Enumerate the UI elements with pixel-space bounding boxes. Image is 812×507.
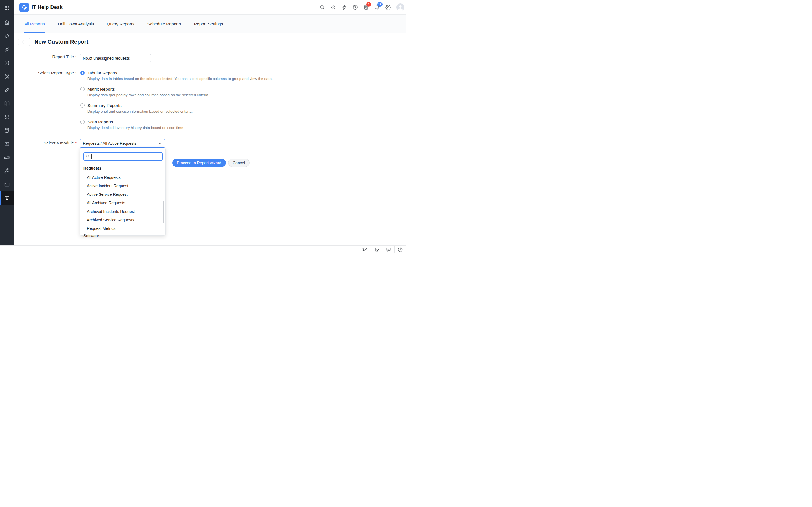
sidebar-item-home[interactable] bbox=[0, 15, 13, 29]
radio-selected-icon bbox=[80, 71, 85, 75]
search-icon[interactable] bbox=[319, 4, 325, 10]
sidebar-item-changes[interactable] bbox=[0, 56, 13, 69]
chat-icon[interactable] bbox=[383, 245, 395, 253]
sidebar-item-custom-module[interactable] bbox=[0, 178, 13, 191]
notifications-badge: 19 bbox=[377, 2, 383, 7]
sidebar-item-problems[interactable] bbox=[0, 43, 13, 56]
chevron-down-icon bbox=[158, 141, 162, 146]
dropdown-item[interactable]: Archived Service Requests bbox=[87, 218, 134, 222]
bug-icon bbox=[4, 47, 10, 52]
ticket-icon bbox=[4, 33, 10, 39]
sidebar-item-solutions[interactable] bbox=[0, 97, 13, 110]
rocket-icon bbox=[4, 87, 10, 93]
tab-drill-down-analysis[interactable]: Drill Down Analysis bbox=[58, 15, 94, 33]
sidebar-item-releases[interactable] bbox=[0, 83, 13, 97]
bar-chart-icon bbox=[4, 195, 10, 201]
back-arrow-icon bbox=[22, 40, 27, 45]
module-select[interactable]: Requests / All Active Requests bbox=[80, 139, 165, 148]
search-icon bbox=[86, 154, 90, 159]
settings-gear-icon[interactable] bbox=[386, 4, 391, 10]
cube-icon bbox=[4, 114, 10, 120]
sidebar-item-purchase[interactable]: $ bbox=[0, 137, 13, 151]
radio-matrix-reports[interactable]: Matrix Reports bbox=[80, 87, 115, 92]
section-divider bbox=[17, 152, 402, 152]
database-icon bbox=[4, 128, 10, 133]
reports-tab-bar: All Reports Drill Down Analysis Query Re… bbox=[13, 15, 406, 33]
tabular-reports-description: Display data in tables based on the crit… bbox=[87, 76, 273, 81]
report-type-label: Select Report Type* bbox=[13, 70, 77, 75]
header-icons: 3 19 bbox=[319, 0, 404, 15]
select-module-label: Select a module* bbox=[13, 140, 77, 145]
report-title-input[interactable] bbox=[80, 54, 151, 62]
tab-all-reports[interactable]: All Reports bbox=[24, 15, 45, 33]
module-dropdown-panel: Requests All Active Requests Active Inci… bbox=[80, 148, 165, 236]
app-title: IT Help Desk bbox=[32, 0, 63, 15]
bolt-icon[interactable] bbox=[342, 4, 347, 10]
notifications-icon[interactable]: 19 bbox=[374, 4, 380, 10]
sidebar-item-assets[interactable] bbox=[0, 110, 13, 124]
back-button[interactable] bbox=[18, 38, 31, 46]
main-content: New Custom Report Report Title* Select R… bbox=[13, 33, 406, 245]
required-asterisk: * bbox=[75, 140, 77, 145]
dropdown-item[interactable]: Request Metrics bbox=[87, 226, 115, 231]
app-logo[interactable] bbox=[19, 3, 29, 12]
help-icon[interactable] bbox=[395, 245, 406, 253]
home-icon bbox=[4, 19, 10, 25]
purchase-icon: $ bbox=[4, 141, 10, 147]
radio-unselected-icon bbox=[80, 103, 85, 108]
top-header: IT Help Desk 3 19 bbox=[13, 0, 406, 15]
radio-unselected-icon bbox=[80, 120, 85, 124]
dropdown-scrollbar-thumb[interactable] bbox=[163, 201, 164, 223]
summary-reports-description: Display brief and concise information ba… bbox=[87, 109, 193, 114]
book-icon bbox=[4, 101, 10, 107]
dropdown-item[interactable]: Active Incident Request bbox=[87, 184, 128, 188]
dropdown-item[interactable]: All Archived Requests bbox=[87, 201, 125, 205]
dropdown-group-requests: Requests bbox=[84, 166, 101, 170]
it-help-desk-screen: $ IT Help Desk bbox=[0, 0, 406, 253]
zia-assistant-icon[interactable] bbox=[359, 245, 371, 253]
note-edit-icon[interactable] bbox=[371, 245, 383, 253]
svg-text:$: $ bbox=[6, 142, 8, 145]
design-icon bbox=[4, 73, 10, 79]
ticket-add-icon[interactable] bbox=[331, 4, 336, 10]
sidebar-item-projects[interactable] bbox=[0, 69, 13, 83]
tab-report-settings[interactable]: Report Settings bbox=[194, 15, 223, 33]
radio-tabular-reports[interactable]: Tabular Reports bbox=[80, 70, 117, 75]
scan-reports-description: Display detailed inventory history data … bbox=[87, 126, 183, 130]
left-nav-rail: $ bbox=[0, 0, 13, 245]
dropdown-item[interactable]: All Active Requests bbox=[87, 175, 121, 180]
page-title: New Custom Report bbox=[35, 39, 88, 45]
sidebar-item-cmdb[interactable] bbox=[0, 124, 13, 137]
shuffle-icon bbox=[4, 60, 10, 66]
matrix-reports-description: Display data grouped by rows and columns… bbox=[87, 93, 208, 97]
required-asterisk: * bbox=[75, 70, 77, 75]
dropdown-item[interactable]: Archived Incidents Request bbox=[87, 209, 135, 214]
apps-grid-icon[interactable] bbox=[0, 4, 13, 12]
sidebar-item-admin[interactable] bbox=[0, 164, 13, 178]
cancel-button[interactable]: Cancel bbox=[228, 159, 250, 167]
module-search-input[interactable] bbox=[84, 152, 163, 161]
dropdown-group-software: Software bbox=[84, 233, 99, 238]
sidebar-item-contracts[interactable] bbox=[0, 151, 13, 164]
tab-schedule-reports[interactable]: Schedule Reports bbox=[147, 15, 181, 33]
dropdown-item[interactable]: Active Service Request bbox=[87, 192, 128, 196]
radio-summary-reports[interactable]: Summary Reports bbox=[80, 103, 121, 108]
handshake-icon bbox=[4, 154, 10, 161]
sidebar-item-reports[interactable] bbox=[0, 191, 13, 205]
history-icon[interactable] bbox=[352, 4, 358, 10]
report-title-label: Report Title* bbox=[13, 54, 77, 59]
wrench-icon bbox=[4, 168, 10, 174]
text-cursor bbox=[91, 154, 92, 159]
approvals-badge: 3 bbox=[366, 2, 371, 7]
tab-query-reports[interactable]: Query Reports bbox=[107, 15, 135, 33]
module-select-value: Requests / All Active Requests bbox=[83, 141, 137, 146]
bottom-utility-bar bbox=[0, 245, 406, 253]
radio-scan-reports[interactable]: Scan Reports bbox=[80, 119, 113, 124]
radio-unselected-icon bbox=[80, 87, 85, 91]
sidebar-item-requests[interactable] bbox=[0, 29, 13, 43]
layout-icon bbox=[4, 182, 10, 187]
approvals-icon[interactable]: 3 bbox=[363, 4, 369, 10]
required-asterisk: * bbox=[75, 54, 77, 59]
user-avatar[interactable] bbox=[396, 3, 404, 11]
proceed-button[interactable]: Proceed to Report wizard bbox=[172, 159, 226, 167]
